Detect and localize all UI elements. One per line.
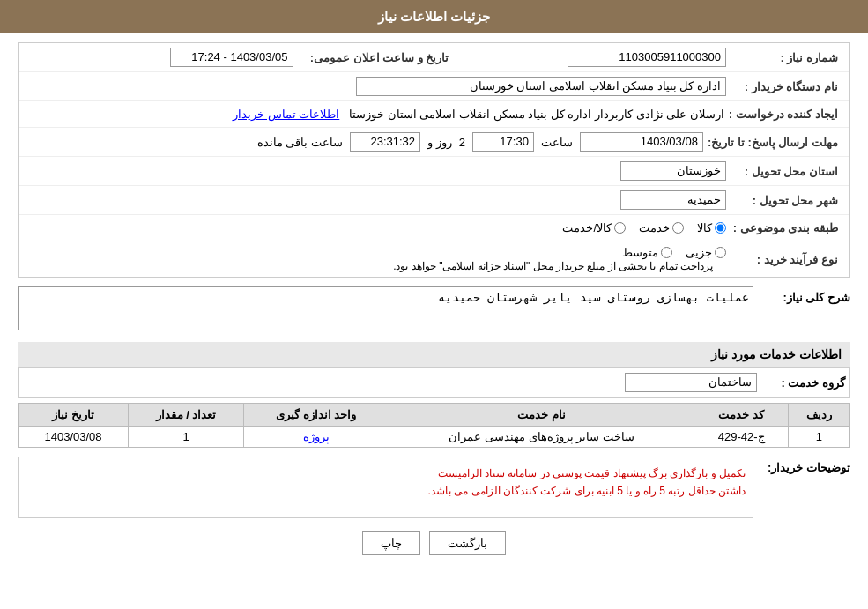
col-date: تاریخ نیاز	[19, 404, 129, 427]
category-value: کالا خدمت کالا/خدمت	[23, 219, 731, 236]
province-row: استان محل تحویل : خوزستان	[19, 157, 849, 186]
creator-row: ایجاد کننده درخواست : ارسلان علی نژادی ک…	[19, 101, 849, 128]
category-radio-group: کالا خدمت کالا/خدمت	[27, 221, 726, 234]
time-section: 1403/03/08 ساعت 17:30 2 روز و 23:31:32 س…	[27, 132, 703, 152]
col-count: تعداد / مقدار	[129, 404, 244, 427]
creator-label: ایجاد کننده درخواست :	[729, 108, 845, 121]
buyer-notes-line1: تکمیل و بارگذاری برگ پیشنهاد قیمت پوستی …	[26, 464, 746, 482]
col-row: ردیف	[788, 404, 849, 427]
radio-item-kala: کالا	[697, 221, 726, 234]
radio-jozi[interactable]	[715, 247, 726, 258]
cell-date: 1403/03/08	[19, 427, 129, 448]
deadline-label: مهلت ارسال پاسخ: تا تاریخ:	[708, 136, 845, 149]
province-value: خوزستان	[23, 160, 731, 182]
service-group-row: گروه خدمت : ساختمان	[18, 368, 850, 398]
remaining-input: 23:31:32	[350, 132, 420, 152]
announce-datetime-input: 1403/03/05 - 17:24	[170, 48, 293, 67]
radio-kala-khedmat-label: کالا/خدمت	[562, 221, 612, 234]
buyer-notes-box: تکمیل و بارگذاری برگ پیشنهاد قیمت پوستی …	[18, 457, 753, 518]
city-label: شهر محل تحویل :	[731, 194, 845, 207]
service-group-input: ساختمان	[625, 373, 757, 392]
cell-name: ساخت سایر پروژه‌های مهندسی عمران	[389, 427, 694, 448]
back-button[interactable]: بازگشت	[429, 531, 506, 555]
radio-item-kala-khedmat: کالا/خدمت	[562, 221, 626, 234]
purchase-type-row: نوع فرآیند خرید : جزیی متوسط پرداخت تمام…	[19, 241, 849, 277]
radio-item-khedmat: خدمت	[639, 221, 684, 234]
radio-item-motawaset: متوسط	[622, 246, 672, 259]
cell-row: 1	[788, 427, 849, 448]
page-header: جزئیات اطلاعات نیاز	[0, 0, 868, 33]
deadline-row: مهلت ارسال پاسخ: تا تاریخ: 1403/03/08 سا…	[19, 128, 849, 157]
radio-kala-label: کالا	[697, 221, 712, 234]
buyer-input: اداره کل بنیاد مسکن انقلاب اسلامی استان …	[356, 77, 726, 96]
creator-text: ارسلان علی نژادی کاربردار اداره کل بنیاد…	[349, 108, 724, 121]
radio-motawaset-label: متوسط	[622, 246, 658, 259]
send-date-input: 1403/03/08	[580, 132, 703, 152]
need-desc-wrapper: شرح کلی نیاز: // Will be populated after…	[18, 286, 850, 333]
radio-kala-khedmat[interactable]	[614, 222, 626, 234]
services-section-title: اطلاعات خدمات مورد نیاز	[18, 342, 850, 368]
need-number-value: 1103005911000300	[456, 46, 731, 69]
need-number-label: شماره نیاز :	[731, 51, 845, 64]
print-button[interactable]: چاپ	[362, 531, 420, 555]
service-group-label: گروه خدمت :	[757, 376, 845, 390]
creator-value: ارسلان علی نژادی کاربردار اداره کل بنیاد…	[23, 106, 729, 123]
col-name: نام خدمت	[389, 404, 694, 427]
main-info-section: شماره نیاز : 1103005911000300 تاریخ و سا…	[18, 42, 850, 278]
city-row: شهر محل تحویل : حمیدیه	[19, 186, 849, 215]
province-label: استان محل تحویل :	[731, 165, 845, 178]
cell-unit[interactable]: پروژه	[243, 427, 389, 448]
table-row: 1 ج-42-429 ساخت سایر پروژه‌های مهندسی عم…	[19, 427, 850, 448]
cell-code: ج-42-429	[694, 427, 788, 448]
buyer-notes-line2: داشتن حداقل رتبه 5 راه و یا 5 ابنیه برای…	[26, 482, 746, 500]
city-input: حمیدیه	[620, 190, 726, 210]
purchase-note: پرداخت تمام یا بخشی از مبلغ خریدار محل "…	[393, 260, 713, 272]
need-number-row: شماره نیاز : 1103005911000300 تاریخ و سا…	[19, 43, 849, 72]
page-title: جزئیات اطلاعات نیاز	[378, 9, 490, 24]
radio-jozi-label: جزیی	[686, 246, 712, 259]
buyer-label: نام دستگاه خریدار :	[731, 80, 845, 93]
buyer-notes-wrapper: توضیحات خریدار: تکمیل و بارگذاری برگ پیش…	[18, 457, 850, 518]
days-value: 2	[459, 136, 465, 149]
buyer-notes-label: توضیحات خریدار:	[762, 457, 850, 474]
radio-khedmat-label: خدمت	[639, 221, 670, 234]
category-label: طبقه بندی موضوعی :	[731, 221, 845, 234]
announce-datetime-label: تاریخ و ساعت اعلان عمومی:	[298, 51, 456, 64]
need-desc-textarea[interactable]	[18, 286, 753, 330]
buyer-value: اداره کل بنیاد مسکن انقلاب اسلامی استان …	[23, 75, 731, 98]
send-time-label: ساعت	[541, 136, 573, 149]
category-row: طبقه بندی موضوعی : کالا خدمت	[19, 215, 849, 241]
contact-link[interactable]: اطلاعات تماس خریدار	[233, 108, 339, 121]
deadline-value: 1403/03/08 ساعت 17:30 2 روز و 23:31:32 س…	[23, 130, 708, 153]
need-number-input: 1103005911000300	[568, 48, 726, 67]
purchase-type-value: جزیی متوسط پرداخت تمام یا بخشی از مبلغ خ…	[23, 244, 731, 274]
cell-count: 1	[129, 427, 244, 448]
button-row: بازگشت چاپ	[18, 531, 850, 555]
col-unit: واحد اندازه گیری	[243, 404, 389, 427]
purchase-type-label: نوع فرآیند خرید :	[731, 253, 845, 266]
province-input: خوزستان	[620, 161, 726, 181]
purchase-type-radio-group: جزیی متوسط	[27, 246, 726, 259]
radio-item-jozi: جزیی	[686, 246, 726, 259]
services-table: ردیف کد خدمت نام خدمت واحد اندازه گیری ت…	[18, 403, 850, 448]
days-label: روز و	[427, 136, 452, 149]
need-desc-label: شرح کلی نیاز:	[762, 286, 850, 304]
radio-khedmat[interactable]	[672, 222, 684, 234]
remaining-label: ساعت باقی مانده	[257, 136, 343, 149]
radio-motawaset[interactable]	[661, 247, 672, 258]
city-value: حمیدیه	[23, 189, 731, 212]
need-desc-container: // Will be populated after DOM ready	[18, 286, 753, 333]
col-code: کد خدمت	[694, 404, 788, 427]
buyer-row: نام دستگاه خریدار : اداره کل بنیاد مسکن …	[19, 72, 849, 101]
announce-datetime-value: 1403/03/05 - 17:24	[23, 46, 298, 69]
radio-kala[interactable]	[715, 222, 726, 234]
send-time-input: 17:30	[472, 132, 534, 152]
